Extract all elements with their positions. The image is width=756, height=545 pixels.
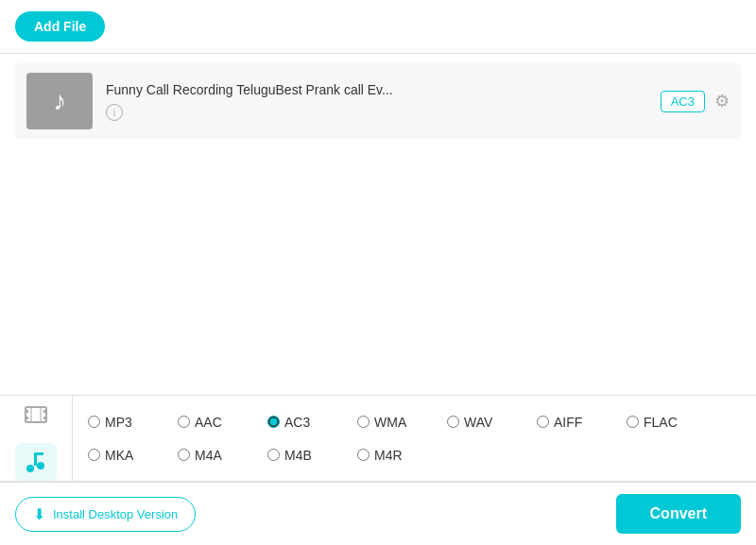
format-option-flac[interactable]: FLAC	[627, 412, 716, 433]
radio-mka[interactable]	[88, 449, 100, 461]
format-option-wma[interactable]: WMA	[357, 412, 447, 433]
tab-video-icon[interactable]	[15, 396, 57, 434]
footer-bar: ⬇ Install Desktop Version Convert	[0, 482, 756, 545]
install-desktop-button[interactable]: ⬇ Install Desktop Version	[15, 497, 196, 532]
format-option-mp3[interactable]: MP3	[88, 412, 178, 433]
radio-aiff[interactable]	[537, 416, 549, 428]
format-badge[interactable]: AC3	[661, 91, 705, 112]
format-option-wav[interactable]: WAV	[447, 412, 537, 433]
format-options: MP3 AAC AC3 WMA WAV AIFF FLAC MK	[73, 396, 756, 481]
radio-mp3[interactable]	[88, 416, 100, 428]
settings-icon[interactable]: ⚙	[714, 91, 730, 111]
svg-rect-0	[26, 407, 46, 422]
file-list: ♪ Funny Call Recording TeluguBest Prank …	[0, 54, 756, 395]
svg-rect-2	[26, 417, 28, 419]
radio-wma[interactable]	[357, 416, 369, 428]
svg-rect-1	[26, 410, 28, 413]
format-option-ac3[interactable]: AC3	[267, 412, 357, 433]
music-note-icon: ♪	[53, 86, 66, 116]
format-option-m4b[interactable]: M4B	[267, 445, 357, 466]
radio-aac[interactable]	[178, 416, 190, 428]
svg-rect-3	[43, 410, 46, 413]
download-icon: ⬇	[33, 505, 45, 523]
convert-button[interactable]: Convert	[616, 494, 741, 534]
tab-icons	[0, 396, 73, 481]
format-option-mka[interactable]: MKA	[88, 445, 178, 466]
format-option-m4a[interactable]: M4A	[178, 445, 267, 466]
format-option-aac[interactable]: AAC	[178, 412, 267, 433]
svg-point-7	[26, 465, 34, 472]
file-item: ♪ Funny Call Recording TeluguBest Prank …	[15, 63, 741, 139]
radio-m4b[interactable]	[267, 449, 280, 461]
format-option-aiff[interactable]: AIFF	[537, 412, 627, 433]
add-file-button[interactable]: Add File	[15, 11, 105, 42]
install-label: Install Desktop Version	[53, 507, 178, 521]
top-bar: Add File	[0, 0, 756, 54]
file-thumbnail: ♪	[26, 73, 93, 129]
svg-rect-4	[43, 417, 46, 419]
file-info: Funny Call Recording TeluguBest Prank ca…	[106, 82, 661, 121]
bottom-panel: MP3 AAC AC3 WMA WAV AIFF FLAC MK	[0, 395, 756, 545]
radio-wav[interactable]	[447, 416, 459, 428]
file-name: Funny Call Recording TeluguBest Prank ca…	[106, 82, 661, 97]
format-tabs: MP3 AAC AC3 WMA WAV AIFF FLAC MK	[0, 396, 756, 482]
file-actions: AC3 ⚙	[661, 91, 730, 112]
radio-m4a[interactable]	[178, 449, 190, 461]
svg-point-8	[37, 462, 44, 469]
radio-ac3[interactable]	[267, 416, 280, 428]
tab-audio-icon[interactable]	[15, 443, 57, 481]
radio-m4r[interactable]	[357, 449, 369, 461]
radio-flac[interactable]	[627, 416, 639, 428]
info-icon[interactable]: i	[106, 104, 123, 121]
format-option-m4r[interactable]: M4R	[357, 445, 447, 466]
svg-rect-10	[34, 452, 43, 455]
